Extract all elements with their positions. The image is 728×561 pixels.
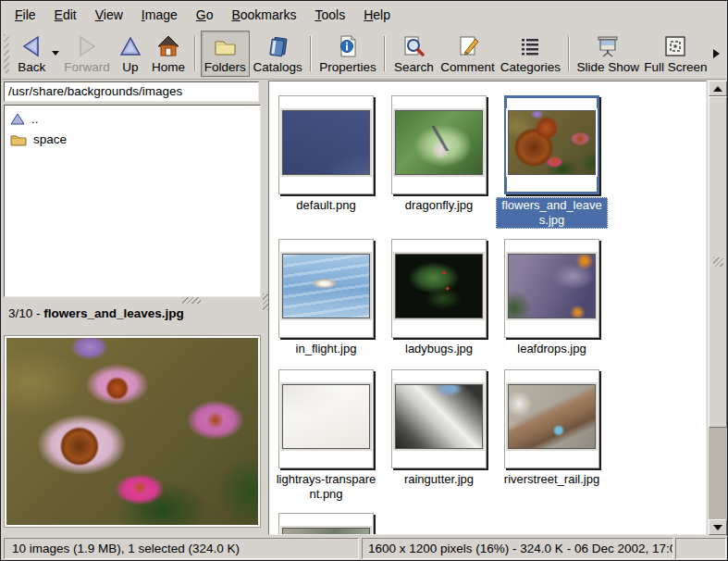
back-history-dropdown[interactable]: [50, 31, 60, 77]
thumbnail-dragonfly[interactable]: dragonfly.jpg: [383, 95, 495, 213]
thumbnail-label: riverstreet_rail.jpg: [496, 472, 608, 487]
toolbar-overflow-button[interactable]: [709, 33, 722, 74]
thumbnail-label-selected: flowers_and_leaves.jpg: [496, 197, 608, 229]
thumbnail-in-flight[interactable]: in_flight.jpg: [270, 239, 382, 356]
home-button[interactable]: Home: [147, 31, 189, 77]
catalogs-icon: [265, 34, 290, 59]
location-input[interactable]: /usr/share/backgrounds/images: [4, 81, 259, 102]
scroll-up-button[interactable]: [709, 81, 727, 96]
up-icon: [10, 112, 25, 125]
back-button[interactable]: Back: [13, 31, 50, 77]
folder-item-space[interactable]: space: [5, 129, 260, 149]
folder-item-parent[interactable]: ..: [5, 108, 260, 129]
statusbar-file-summary: 10 images (1.9 MB), 1 selected (324.0 K): [4, 538, 359, 559]
toolbar-grip[interactable]: [4, 34, 9, 73]
thumbnail-label: leafdrops.jpg: [496, 342, 608, 356]
folder-list: .. space: [4, 105, 261, 297]
menu-tools[interactable]: Tools: [305, 3, 354, 27]
thumbnail-label: raingutter.jpg: [383, 472, 495, 487]
thumbnail-label: ladybugs.jpg: [383, 342, 495, 356]
thumbnail-image: [282, 110, 370, 175]
menu-help[interactable]: Help: [354, 3, 400, 27]
thumbnail-image: [282, 528, 370, 535]
thumbnail-image: [282, 384, 370, 449]
toolbar-separator: [310, 36, 312, 71]
thumbnail-image: [395, 110, 483, 175]
thumbnail-partial[interactable]: [270, 513, 382, 535]
menu-go[interactable]: Go: [187, 3, 223, 27]
categories-button[interactable]: Categories: [498, 31, 563, 77]
arrow-down-icon: [713, 525, 722, 530]
preview-image: [6, 338, 258, 525]
up-icon: [118, 34, 142, 59]
scroll-down-button[interactable]: [709, 519, 727, 535]
properties-icon: [336, 34, 360, 59]
back-icon: [19, 34, 43, 59]
menu-bookmarks[interactable]: Bookmarks: [222, 3, 305, 27]
forward-button[interactable]: Forward: [61, 31, 114, 77]
toolbar-separator: [384, 36, 386, 71]
full-screen-icon: [663, 34, 687, 59]
search-icon: [401, 34, 426, 59]
scrollbar-grip: [713, 257, 723, 267]
thumbnail-image: [282, 254, 370, 318]
comment-icon: [456, 34, 480, 59]
folders-button[interactable]: Folders: [201, 31, 250, 77]
thumbnail-flowers-and-leaves-selected[interactable]: flowers_and_leaves.jpg: [496, 95, 608, 229]
thumbnail-lightrays-transparent[interactable]: lightrays-transparent.png: [270, 369, 382, 502]
properties-button[interactable]: Properties: [316, 31, 379, 77]
statusbar-resize-area[interactable]: [675, 538, 726, 559]
thumbnail-browser: default.png dragonfly.jpg flowers_and_le…: [268, 81, 707, 535]
thumbnail-image: [508, 110, 596, 175]
browser-scrollbar[interactable]: [708, 81, 727, 535]
menu-image[interactable]: Image: [132, 3, 187, 27]
thumbnail-label: default.png: [270, 198, 382, 213]
thumbnail-label: lightrays-transparent.png: [270, 472, 382, 502]
arrow-up-icon: [713, 86, 722, 92]
slide-show-button[interactable]: Slide Show: [574, 31, 642, 77]
catalogs-button[interactable]: Catalogs: [250, 31, 305, 77]
image-position: 3/10: [8, 306, 32, 320]
thumbnail-image: [395, 254, 483, 318]
categories-icon: [518, 34, 542, 59]
forward-icon: [75, 34, 99, 59]
preview-pane: [4, 335, 261, 528]
folders-icon: [212, 34, 238, 59]
thumbnail-riverstreet-rail[interactable]: riverstreet_rail.jpg: [496, 369, 608, 487]
scrollbar-thumb[interactable]: [709, 96, 727, 428]
statusbar-image-details: 1600 x 1200 pixels (16%) - 324.0 K - 06 …: [362, 538, 673, 559]
toolbar-separator: [194, 36, 196, 71]
full-screen-button[interactable]: Full Screen: [642, 31, 709, 77]
thumbnail-image: [508, 384, 596, 449]
toolbar-separator: [568, 36, 570, 71]
horizontal-splitter[interactable]: [182, 297, 201, 304]
thumbnail-ladybugs[interactable]: ladybugs.jpg: [383, 239, 495, 356]
home-icon: [156, 34, 180, 59]
menu-file[interactable]: File: [6, 3, 45, 27]
chevron-down-icon: [52, 51, 59, 56]
thumbnail-leafdrops[interactable]: leafdrops.jpg: [496, 239, 608, 356]
menu-bar: File Edit View Image Go Bookmarks Tools …: [2, 1, 726, 28]
thumbnail-label: in_flight.jpg: [270, 342, 382, 356]
gthumb-window: File Edit View Image Go Bookmarks Tools …: [0, 0, 728, 561]
folder-icon: [10, 132, 27, 146]
selected-filename: flowers_and_leaves.jpg: [43, 306, 184, 320]
thumbnail-default[interactable]: default.png: [270, 95, 382, 213]
image-info-line: 3/10 - flowers_and_leaves.jpg: [8, 306, 258, 325]
thumbnail-raingutter[interactable]: raingutter.jpg: [383, 369, 495, 487]
thumbnail-label: dragonfly.jpg: [383, 198, 495, 213]
thumbnail-image: [508, 254, 596, 318]
search-button[interactable]: Search: [390, 31, 438, 77]
comment-button[interactable]: Comment: [438, 31, 498, 77]
slide-show-icon: [595, 34, 621, 59]
toolbar: Back Forward Up Home Folders: [2, 28, 726, 80]
thumbnail-image: [395, 384, 483, 449]
chevron-right-icon: [713, 49, 720, 58]
menu-edit[interactable]: Edit: [45, 3, 86, 27]
up-button[interactable]: Up: [114, 31, 148, 77]
menu-view[interactable]: View: [86, 3, 132, 27]
